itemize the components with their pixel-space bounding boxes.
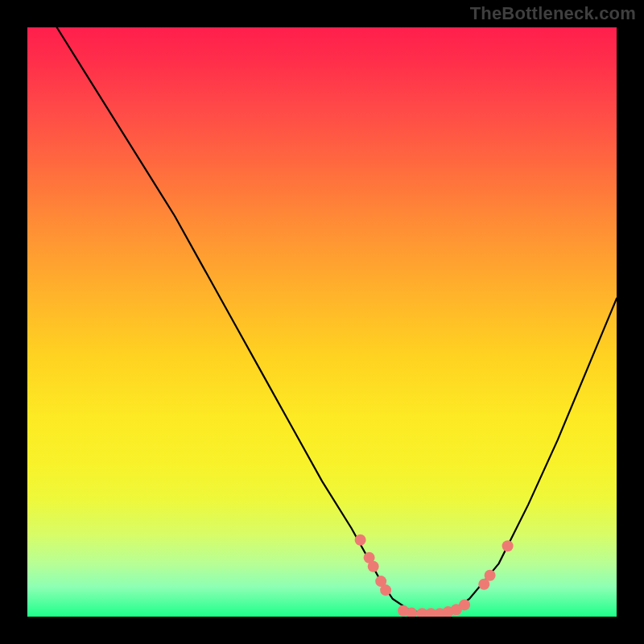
scatter-dot <box>380 584 391 596</box>
scatter-dot <box>485 570 496 581</box>
scatter-dot <box>502 540 514 551</box>
scatter-dot <box>459 599 470 610</box>
chart-frame: TheBottleneck.com <box>0 0 644 644</box>
bottleneck-curve <box>57 27 617 613</box>
watermark-text: TheBottleneck.com <box>470 3 636 24</box>
curve-svg <box>27 27 617 617</box>
plot-area <box>27 27 617 617</box>
scatter-dot <box>355 535 366 546</box>
scatter-dot <box>368 561 379 572</box>
